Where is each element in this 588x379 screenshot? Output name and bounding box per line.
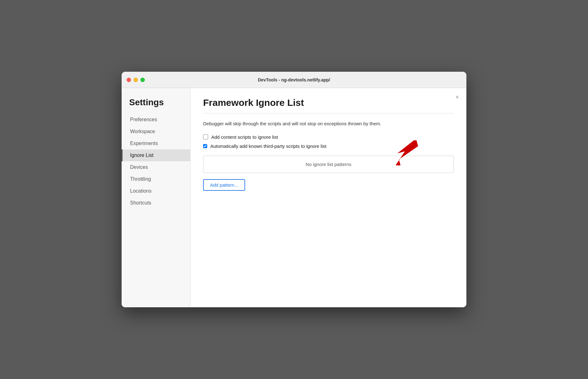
window-title: DevTools - ng-devtools.netlify.app/ xyxy=(258,77,330,82)
sidebar-item-preferences[interactable]: Preferences xyxy=(122,114,190,126)
traffic-lights xyxy=(127,78,145,82)
auto-add-third-party-label[interactable]: Automatically add known third-party scri… xyxy=(210,143,326,149)
patterns-placeholder-text: No ignore list patterns xyxy=(306,162,351,167)
add-content-scripts-label[interactable]: Add content scripts to ignore list xyxy=(211,134,278,140)
sidebar-item-experiments[interactable]: Experiments xyxy=(122,138,190,149)
sidebar-heading: Settings xyxy=(122,94,190,114)
sidebar-item-locations[interactable]: Locations xyxy=(122,185,190,197)
app-window: DevTools - ng-devtools.netlify.app/ Sett… xyxy=(122,72,466,307)
sidebar-item-devices[interactable]: Devices xyxy=(122,161,190,173)
sidebar-item-ignore-list[interactable]: Ignore List xyxy=(122,149,190,161)
checkbox-row-content-scripts: Add content scripts to ignore list xyxy=(203,134,454,140)
sidebar-item-throttling[interactable]: Throttling xyxy=(122,173,190,185)
sidebar-item-workspace[interactable]: Workspace xyxy=(122,126,190,138)
sidebar: Settings Preferences Workspace Experimen… xyxy=(122,88,191,307)
add-pattern-button[interactable]: Add pattern... xyxy=(203,179,245,191)
svg-marker-0 xyxy=(389,140,422,165)
maximize-window-button[interactable] xyxy=(140,78,145,82)
add-content-scripts-checkbox[interactable] xyxy=(203,134,208,139)
auto-add-third-party-checkbox[interactable] xyxy=(203,144,207,148)
close-window-button[interactable] xyxy=(127,78,131,82)
titlebar: DevTools - ng-devtools.netlify.app/ xyxy=(122,72,466,88)
annotation-arrow xyxy=(388,140,423,167)
section-description: Debugger will skip through the scripts a… xyxy=(203,120,454,127)
section-divider xyxy=(203,113,454,113)
page-title: Framework Ignore List xyxy=(203,97,454,108)
checkbox-row-third-party: Automatically add known third-party scri… xyxy=(203,143,454,149)
close-panel-button[interactable]: × xyxy=(455,94,459,100)
main-panel: × Framework Ignore List Debugger will sk… xyxy=(191,88,466,307)
minimize-window-button[interactable] xyxy=(134,78,138,82)
sidebar-item-shortcuts[interactable]: Shortcuts xyxy=(122,197,190,209)
window-content: Settings Preferences Workspace Experimen… xyxy=(122,88,466,307)
